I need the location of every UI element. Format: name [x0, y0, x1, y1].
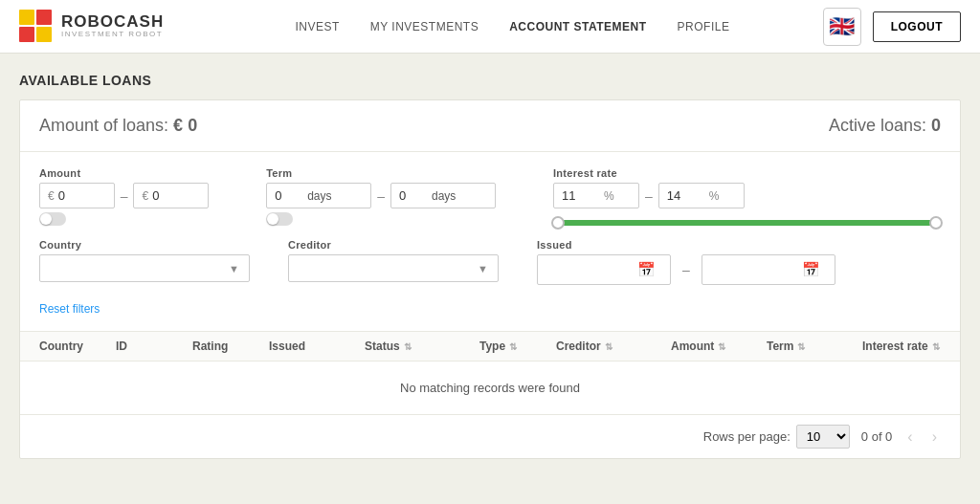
- term-range-toggle[interactable]: [266, 212, 293, 226]
- calendar-to-icon[interactable]: 📅: [802, 261, 820, 278]
- term-slider-row: [266, 212, 496, 226]
- slider-thumb-right[interactable]: [929, 216, 943, 230]
- th-interest-rate[interactable]: Interest rate⇅: [862, 340, 980, 353]
- term-to-input[interactable]: [399, 188, 428, 203]
- issued-from-wrap: 📅: [537, 254, 671, 285]
- interest-from-input-wrap: %: [553, 183, 639, 208]
- rows-per-page-control: Rows per page: 10 25 50 100: [703, 425, 850, 449]
- header-right: 🇬🇧 LOGOUT: [823, 8, 961, 46]
- logo: ROBOCASH INVESTMENT ROBOT: [19, 10, 164, 44]
- page-content: AVAILABLE LOANS Amount of loans: € 0 Act…: [0, 54, 980, 478]
- table-header: Country ID Rating Issued Status⇅ Type⇅ C…: [20, 332, 960, 362]
- issued-to-wrap: 📅: [702, 254, 835, 285]
- language-button[interactable]: 🇬🇧: [823, 8, 861, 46]
- th-term[interactable]: Term⇅: [767, 340, 862, 353]
- rows-per-page-label: Rows per page:: [703, 429, 791, 444]
- creditor-chevron-icon: ▼: [478, 263, 488, 274]
- sort-creditor-icon: ⇅: [605, 341, 612, 352]
- amount-filter-inputs: € – €: [39, 183, 209, 208]
- slider-thumb-left[interactable]: [551, 216, 565, 230]
- table-footer: Rows per page: 10 25 50 100 0 of 0 ‹ ›: [20, 415, 960, 458]
- th-issued: Issued: [269, 340, 365, 353]
- issued-filter-group: Issued 📅 – 📅: [537, 239, 835, 285]
- country-filter-group: Country ▼: [39, 239, 250, 282]
- slider-fill: [553, 220, 941, 226]
- th-country: Country: [39, 340, 116, 353]
- country-filter-label: Country: [39, 239, 250, 251]
- issued-dash: –: [682, 262, 690, 277]
- pagination-info: 0 of 0: [861, 429, 893, 444]
- svg-rect-3: [36, 27, 52, 42]
- amount-to-input[interactable]: [152, 188, 200, 203]
- sort-interest-icon: ⇅: [932, 341, 940, 352]
- amount-slider-row: [39, 212, 209, 226]
- prev-page-button[interactable]: ‹: [903, 427, 916, 448]
- amount-label: Amount of loans:: [39, 116, 168, 135]
- th-rating: Rating: [192, 340, 269, 353]
- filter-row-2: Country ▼ Creditor ▼: [39, 239, 941, 285]
- term-filter-group: Term days – days: [266, 167, 496, 226]
- svg-rect-1: [36, 10, 52, 25]
- sort-type-icon: ⇅: [509, 341, 517, 352]
- creditor-select[interactable]: [299, 261, 478, 275]
- creditor-select-wrap[interactable]: ▼: [288, 254, 499, 282]
- issued-filter-label: Issued: [537, 239, 835, 251]
- nav-invest[interactable]: INVEST: [295, 16, 339, 37]
- interest-filter-group: Interest rate % – %: [553, 167, 941, 230]
- th-creditor[interactable]: Creditor⇅: [556, 340, 671, 353]
- th-type[interactable]: Type⇅: [479, 340, 556, 353]
- term-dash: –: [377, 188, 385, 204]
- amount-range-toggle[interactable]: [39, 212, 66, 226]
- th-amount[interactable]: Amount⇅: [671, 340, 767, 353]
- amount-to-prefix: €: [142, 189, 148, 203]
- term-from-input[interactable]: [275, 188, 303, 203]
- amount-dash: –: [121, 188, 128, 204]
- term-to-input-wrap: days: [390, 183, 496, 208]
- creditor-filter-group: Creditor ▼: [288, 239, 499, 282]
- interest-to-input[interactable]: [667, 188, 705, 203]
- table-empty-message: No matching records were found: [20, 362, 960, 415]
- th-id: ID: [116, 340, 192, 353]
- issued-from-input[interactable]: [546, 263, 632, 277]
- nav-profile[interactable]: PROFILE: [678, 16, 730, 37]
- amount-currency: €: [173, 116, 183, 135]
- country-select-wrap[interactable]: ▼: [39, 254, 250, 282]
- amount-from-input[interactable]: [58, 188, 106, 203]
- svg-rect-2: [19, 27, 34, 42]
- filter-row-1: Amount € – €: [39, 167, 941, 230]
- logo-sub: INVESTMENT ROBOT: [61, 31, 164, 39]
- nav-account-statement[interactable]: ACCOUNT STATEMENT: [509, 16, 646, 37]
- th-status[interactable]: Status⇅: [365, 340, 479, 353]
- interest-from-input[interactable]: [562, 188, 600, 203]
- active-loans-value: 0: [931, 116, 941, 135]
- country-select[interactable]: [50, 261, 229, 275]
- main-nav: INVEST MY INVESTMENTS ACCOUNT STATEMENT …: [202, 16, 823, 37]
- logout-button[interactable]: LOGOUT: [873, 11, 961, 42]
- logo-icon: [19, 10, 54, 44]
- rows-per-page-select[interactable]: 10 25 50 100: [796, 425, 850, 449]
- term-to-unit: days: [432, 189, 456, 203]
- issued-filter-inputs: 📅 – 📅: [537, 254, 835, 285]
- nav-my-investments[interactable]: MY INVESTMENTS: [370, 16, 479, 37]
- interest-to-unit: %: [709, 189, 720, 203]
- amount-filter-label: Amount: [39, 167, 209, 179]
- issued-to-input[interactable]: [710, 263, 796, 277]
- amount-of-loans: Amount of loans: € 0: [39, 116, 197, 136]
- term-filter-label: Term: [266, 167, 496, 179]
- next-page-button[interactable]: ›: [928, 427, 941, 448]
- amount-value: 0: [188, 116, 197, 135]
- logo-main: ROBOCASH: [61, 13, 164, 32]
- term-filter-inputs: days – days: [266, 183, 496, 208]
- term-from-unit: days: [307, 189, 331, 203]
- active-loans: Active loans: 0: [829, 116, 941, 136]
- interest-slider-container[interactable]: [553, 216, 941, 230]
- interest-dash: –: [645, 188, 653, 204]
- active-loans-label: Active loans:: [829, 116, 926, 135]
- logo-text: ROBOCASH INVESTMENT ROBOT: [61, 13, 164, 39]
- sort-amount-icon: ⇅: [718, 341, 725, 352]
- interest-from-unit: %: [604, 189, 614, 203]
- calendar-from-icon[interactable]: 📅: [637, 261, 656, 278]
- reset-filters-link[interactable]: Reset filters: [39, 302, 100, 316]
- amount-from-input-wrap: €: [39, 183, 115, 208]
- card-header: Amount of loans: € 0 Active loans: 0: [20, 100, 960, 152]
